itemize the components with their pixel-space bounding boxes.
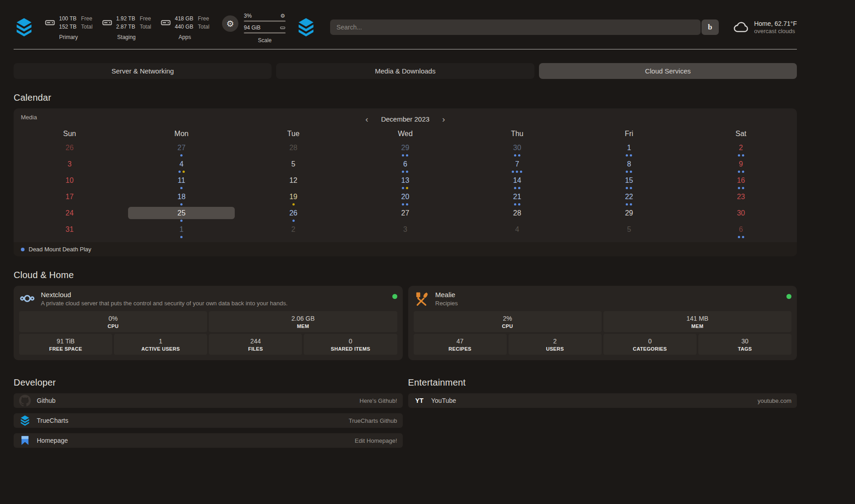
bookmark-homepage[interactable]: Homepage Edit Homepage! bbox=[14, 433, 403, 448]
calendar-day-4[interactable]: 4 bbox=[125, 158, 237, 174]
github-icon bbox=[19, 395, 31, 406]
event-dot bbox=[516, 171, 518, 173]
calendar-day-18[interactable]: 18 bbox=[125, 191, 237, 207]
calendar-day-2[interactable]: 2 bbox=[237, 223, 349, 240]
secondary-stats: 47 RECIPES 2 USERS 0 CATEGORIES 30 TAGS bbox=[414, 334, 792, 355]
calendar-day-4[interactable]: 4 bbox=[461, 223, 573, 240]
day-number: 29 bbox=[352, 142, 458, 154]
bookmark-github[interactable]: Github Here's Github! bbox=[14, 393, 403, 408]
calendar-day-30[interactable]: 30 bbox=[685, 207, 797, 223]
day-number: 14 bbox=[464, 174, 570, 186]
day-event-dots bbox=[402, 154, 408, 157]
prev-month-button[interactable]: ‹ bbox=[366, 115, 368, 123]
day-number: 19 bbox=[240, 191, 346, 203]
secondary-stats: 91 TiB FREE SPACE 1 ACTIVE USERS 244 FIL… bbox=[19, 334, 397, 355]
service-card-nextcloud[interactable]: Nextcloud A private cloud server that pu… bbox=[14, 286, 403, 360]
stat-value: 47 bbox=[456, 338, 464, 345]
calendar-day-26[interactable]: 26 bbox=[237, 207, 349, 223]
header: 100 TBFree 152 TBTotal Primary 1.92 TBFr… bbox=[14, 6, 797, 48]
calendar-day-13[interactable]: 13 bbox=[349, 174, 461, 191]
calendar-day-7[interactable]: 7 bbox=[461, 158, 573, 174]
calendar-day-30[interactable]: 30 bbox=[461, 142, 573, 158]
event-dot bbox=[626, 154, 628, 157]
calendar-day-29[interactable]: 29 bbox=[573, 207, 685, 223]
storage-widget-apps[interactable]: 418 GBFree 440 GBTotal Apps bbox=[160, 15, 209, 40]
calendar-day-29[interactable]: 29 bbox=[349, 142, 461, 158]
day-number: 27 bbox=[352, 207, 458, 219]
calendar-day-2[interactable]: 2 bbox=[685, 142, 797, 158]
day-event-dots bbox=[514, 203, 520, 206]
bing-icon: b bbox=[708, 23, 712, 31]
calendar-day-3[interactable]: 3 bbox=[14, 158, 125, 174]
calendar-day-5[interactable]: 5 bbox=[573, 223, 685, 240]
calendar-day-9[interactable]: 9 bbox=[685, 158, 797, 174]
storage-total-value: 152 TB bbox=[59, 23, 76, 31]
event-dot bbox=[512, 171, 514, 173]
day-number: 4 bbox=[464, 223, 570, 235]
bookmark-truecharts[interactable]: TrueCharts TrueCharts Github bbox=[14, 413, 403, 428]
calendar-day-15[interactable]: 15 bbox=[573, 174, 685, 191]
event-dot bbox=[406, 154, 408, 157]
day-event-dots bbox=[178, 170, 185, 173]
day-event-dots bbox=[180, 235, 183, 239]
tab-media-downloads[interactable]: Media & Downloads bbox=[276, 63, 534, 79]
day-number: 23 bbox=[688, 191, 794, 203]
calendar-day-28[interactable]: 28 bbox=[461, 207, 573, 223]
calendar-day-10[interactable]: 10 bbox=[14, 174, 125, 191]
stat-label: TAGS bbox=[738, 346, 752, 352]
event-dot bbox=[180, 236, 183, 238]
calendar-day-22[interactable]: 22 bbox=[573, 191, 685, 207]
day-event-dots bbox=[626, 170, 632, 173]
calendar-day-6[interactable]: 6 bbox=[685, 223, 797, 240]
calendar-day-31[interactable]: 31 bbox=[14, 223, 125, 240]
disk-icon bbox=[44, 17, 55, 28]
scale-widget[interactable]: ⚙ 3% ⚙ 94 GiB Scale bbox=[222, 11, 286, 44]
calendar-day-14[interactable]: 14 bbox=[461, 174, 573, 191]
storage-widget-primary[interactable]: 100 TBFree 152 TBTotal Primary bbox=[44, 15, 93, 40]
calendar-day-8[interactable]: 8 bbox=[573, 158, 685, 174]
day-number: 10 bbox=[16, 174, 123, 186]
calendar-day-1[interactable]: 1 bbox=[573, 142, 685, 158]
day-number: 28 bbox=[464, 207, 570, 219]
calendar-day-27[interactable]: 27 bbox=[125, 142, 237, 158]
truenas-scale-logo[interactable] bbox=[296, 17, 316, 38]
calendar-day-27[interactable]: 27 bbox=[349, 207, 461, 223]
calendar-day-17[interactable]: 17 bbox=[14, 191, 125, 207]
disk-icon bbox=[160, 17, 171, 28]
calendar-day-26[interactable]: 26 bbox=[14, 142, 125, 158]
calendar-day-23[interactable]: 23 bbox=[685, 191, 797, 207]
calendar-day-11[interactable]: 11 bbox=[125, 174, 237, 191]
event-dot bbox=[180, 203, 183, 206]
calendar-day-21[interactable]: 21 bbox=[461, 191, 573, 207]
search-provider-button[interactable]: b bbox=[702, 20, 719, 35]
next-month-button[interactable]: › bbox=[442, 115, 445, 123]
calendar-day-12[interactable]: 12 bbox=[237, 174, 349, 191]
truenas-logo[interactable] bbox=[14, 17, 35, 38]
day-event-dots bbox=[402, 170, 408, 173]
calendar-day-25[interactable]: 25 bbox=[125, 207, 237, 223]
calendar-day-16[interactable]: 16 bbox=[685, 174, 797, 191]
weather-widget[interactable]: Home, 62.71°F overcast clouds bbox=[732, 19, 797, 36]
search-input[interactable] bbox=[330, 20, 701, 35]
day-event-dots bbox=[402, 186, 408, 190]
calendar-day-6[interactable]: 6 bbox=[349, 158, 461, 174]
calendar-day-1[interactable]: 1 bbox=[125, 223, 237, 240]
calendar-day-5[interactable]: 5 bbox=[237, 158, 349, 174]
calendar-month-nav: ‹ December 2023 › bbox=[14, 108, 797, 123]
bookmark-youtube[interactable]: YT YouTube youtube.com bbox=[408, 393, 797, 408]
tab-cloud-services[interactable]: Cloud Services bbox=[539, 63, 797, 79]
calendar-widget: Media ‹ December 2023 › SunMonTueWedThuF… bbox=[14, 108, 797, 256]
calendar-day-24[interactable]: 24 bbox=[14, 207, 125, 223]
calendar-day-3[interactable]: 3 bbox=[349, 223, 461, 240]
event-dot bbox=[742, 236, 744, 238]
section-heading-calendar: Calendar bbox=[14, 93, 797, 103]
event-dot bbox=[626, 203, 628, 206]
calendar-day-19[interactable]: 19 bbox=[237, 191, 349, 207]
storage-widget-staging[interactable]: 1.92 TBFree 2.87 TBTotal Staging bbox=[102, 15, 151, 40]
calendar-day-20[interactable]: 20 bbox=[349, 191, 461, 207]
event-dot bbox=[514, 187, 516, 189]
calendar-day-28[interactable]: 28 bbox=[237, 142, 349, 158]
service-card-mealie[interactable]: Mealie Recipies 2% CPU 141 MB MEM 47 REC… bbox=[408, 286, 797, 360]
tab-server-networking[interactable]: Server & Networking bbox=[14, 63, 272, 79]
stat-value: 2 bbox=[553, 338, 557, 345]
